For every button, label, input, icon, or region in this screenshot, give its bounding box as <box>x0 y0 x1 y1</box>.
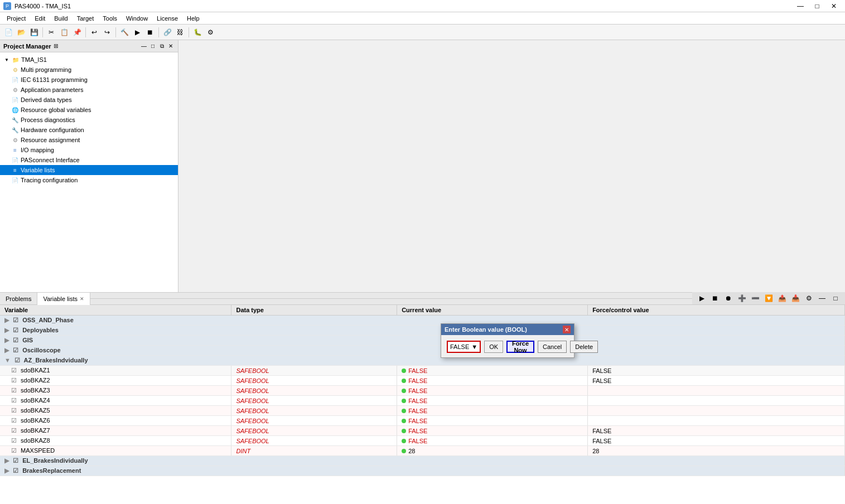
tree-item-iec[interactable]: 📄 IEC 61131 programming <box>0 75 178 85</box>
tree-item-derived[interactable]: 📄 Derived data types <box>0 95 178 105</box>
table-row[interactable]: ▶ ☑ Oscilloscope <box>0 346 845 356</box>
remove-var-btn[interactable]: ➖ <box>749 292 761 304</box>
cancel-button[interactable]: Cancel <box>538 341 567 353</box>
table-row[interactable]: ☑ sdoBKAZ8 SAFEBOOL FALSE FALSE <box>0 436 845 446</box>
table-row[interactable]: ☑ sdoBKAZ6 SAFEBOOL FALSE <box>0 416 845 426</box>
add-var-btn[interactable]: ➕ <box>736 292 748 304</box>
panel-close-btn[interactable]: ✕ <box>167 42 175 50</box>
table-row[interactable]: ▶ ☑ Deployables <box>0 326 845 336</box>
main-toolbar: 📄 📂 💾 ✂ 📋 📌 ↩ ↪ 🔨 ▶ ⏹ 🔗 ⛓ 🐛 ⚙ <box>0 25 845 40</box>
connect-button[interactable]: 🔗 <box>161 26 173 38</box>
minimize-button[interactable]: — <box>793 0 808 12</box>
cell-force-sdoBKAZ6 <box>588 416 845 426</box>
tab-problems-label: Problems <box>6 295 31 302</box>
settings-btn-2[interactable]: ⚙ <box>803 292 815 304</box>
force-now-button[interactable]: Force Now <box>506 341 534 353</box>
table-row[interactable]: ▶ ☑ GIS <box>0 336 845 346</box>
menu-target[interactable]: Target <box>73 12 99 25</box>
project-panel-header: Project Manager ⊠ — □ ⧉ ✕ <box>0 40 178 52</box>
settings-button[interactable]: ⚙ <box>204 26 216 38</box>
table-row[interactable]: ▶ ☑ BrakesReplacement <box>0 466 845 476</box>
build-button[interactable]: 🔨 <box>118 26 131 38</box>
tree-item-pasconnect[interactable]: 📄 PASconnect Interface <box>0 155 178 165</box>
table-row[interactable]: ▼ ☑ AZ_BrakesIndvidually <box>0 356 845 366</box>
cell-current-sdoBKAZ1: FALSE <box>397 366 588 376</box>
table-row[interactable]: ☑ sdoBKAZ1 SAFEBOOL FALSE FALSE <box>0 366 845 376</box>
menu-window[interactable]: Window <box>122 12 152 25</box>
table-row[interactable]: ☑ sdoBKAZ4 SAFEBOOL FALSE <box>0 396 845 406</box>
dialog-body: FALSE ▼ OK Force Now Cancel Delete <box>441 335 574 357</box>
ok-button[interactable]: OK <box>484 341 503 353</box>
panel-popout-btn[interactable]: ⧉ <box>158 42 166 50</box>
play-btn[interactable]: ▶ <box>696 292 708 304</box>
maximize-button[interactable]: □ <box>809 0 825 12</box>
page-icon-3: 📄 <box>11 156 19 164</box>
undo-button[interactable]: ↩ <box>88 26 100 38</box>
open-button[interactable]: 📂 <box>15 26 27 38</box>
menu-tools[interactable]: Tools <box>98 12 122 25</box>
table-row[interactable]: ▶ ☑ OSS_AND_Phase <box>0 316 845 326</box>
green-dot-icon-5 <box>402 409 406 413</box>
bottom-panel-tabs: Problems Variable lists ✕ ▶ ⏹ ⏺ ➕ ➖ 🔽 📤 … <box>0 293 845 305</box>
table-row[interactable]: ☑ sdoBKAZ2 SAFEBOOL FALSE FALSE <box>0 376 845 386</box>
disconnect-button[interactable]: ⛓ <box>174 26 186 38</box>
boolean-value-select[interactable]: FALSE ▼ <box>447 341 481 353</box>
tab-problems[interactable]: Problems <box>0 293 37 305</box>
checkbox-icon: ☑ <box>13 317 18 323</box>
redo-button[interactable]: ↪ <box>101 26 113 38</box>
panel-min-btn[interactable]: — <box>816 292 828 304</box>
toolbar-sep-3 <box>115 27 116 37</box>
tree-item-root[interactable]: ▼ 📁 TMA_IS1 <box>0 55 178 65</box>
save-button[interactable]: 💾 <box>28 26 40 38</box>
debug-button[interactable]: 🐛 <box>191 26 204 38</box>
boolean-value-dialog[interactable]: Enter Boolean value (BOOL) ✕ FALSE ▼ OK … <box>441 323 574 358</box>
tree-label-pasconnect: PASconnect Interface <box>21 157 80 163</box>
panel-minimize-btn[interactable]: — <box>140 42 148 50</box>
paste-button[interactable]: 📌 <box>71 26 83 38</box>
tree-item-hw-config[interactable]: 🔧 Hardware configuration <box>0 125 178 135</box>
menu-project[interactable]: Project <box>2 12 30 25</box>
import-btn[interactable]: 📥 <box>789 292 801 304</box>
tree-item-tracing[interactable]: 📄 Tracing configuration <box>0 175 178 185</box>
title-bar: P PAS4000 - TMA_IS1 — □ ✕ <box>0 0 845 12</box>
table-row[interactable]: ☑ MAXSPEED DINT 28 28 <box>0 446 845 456</box>
dialog-title-bar: Enter Boolean value (BOOL) ✕ <box>441 324 574 335</box>
tree-item-multi-prog[interactable]: ⚙ Multi programming <box>0 65 178 75</box>
green-dot-icon-2 <box>402 379 406 383</box>
close-button[interactable]: ✕ <box>826 0 842 12</box>
title-bar-controls[interactable]: — □ ✕ <box>793 0 842 12</box>
filter-btn[interactable]: 🔽 <box>762 292 775 304</box>
menu-build[interactable]: Build <box>50 12 72 25</box>
tree-item-app-params[interactable]: ⚙ Application parameters <box>0 85 178 95</box>
cell-var-sdoBKAZ7: ☑ sdoBKAZ7 <box>0 426 231 436</box>
table-row[interactable]: ☑ sdoBKAZ5 SAFEBOOL FALSE <box>0 406 845 416</box>
table-row[interactable]: ☑ sdoBKAZ3 SAFEBOOL FALSE <box>0 386 845 396</box>
tab-variable-lists[interactable]: Variable lists ✕ <box>37 293 90 305</box>
tree-item-io-mapping[interactable]: ≡ I/O mapping <box>0 145 178 155</box>
export-btn[interactable]: 📤 <box>776 292 788 304</box>
record-btn[interactable]: ⏺ <box>722 292 735 304</box>
group-label-brakes-replacement: BrakesReplacement <box>22 467 81 474</box>
menu-edit[interactable]: Edit <box>30 12 50 25</box>
menu-help[interactable]: Help <box>182 12 204 25</box>
tree-item-variable-lists[interactable]: ≡ Variable lists <box>0 165 178 175</box>
main-layout: Project Manager ⊠ — □ ⧉ ✕ ▼ 📁 TMA_IS1 <box>0 40 845 504</box>
tree-item-global-vars[interactable]: 🌐 Resource global variables <box>0 105 178 115</box>
new-button[interactable]: 📄 <box>2 26 15 38</box>
table-row[interactable]: ▶ ☑ EL_BrakesIndividually <box>0 456 845 466</box>
menu-license[interactable]: License <box>152 12 182 25</box>
copy-button[interactable]: 📋 <box>58 26 70 38</box>
run-button[interactable]: ▶ <box>131 26 143 38</box>
tree-item-process-diag[interactable]: 🔧 Process diagnostics <box>0 115 178 125</box>
stop-btn-2[interactable]: ⏹ <box>709 292 721 304</box>
panel-maximize-btn[interactable]: □ <box>149 42 157 50</box>
stop-button[interactable]: ⏹ <box>144 26 156 38</box>
delete-button[interactable]: Delete <box>570 341 598 353</box>
toolbar-sep-5 <box>189 27 189 37</box>
dialog-close-button[interactable]: ✕ <box>563 326 571 333</box>
tree-item-resource-assign[interactable]: ⚙ Resource assignment <box>0 135 178 145</box>
tab-close-icon[interactable]: ✕ <box>80 296 84 302</box>
table-row[interactable]: ☑ sdoBKAZ7 SAFEBOOL FALSE FALSE <box>0 426 845 436</box>
cut-button[interactable]: ✂ <box>45 26 57 38</box>
panel-max-btn[interactable]: □ <box>829 292 842 304</box>
